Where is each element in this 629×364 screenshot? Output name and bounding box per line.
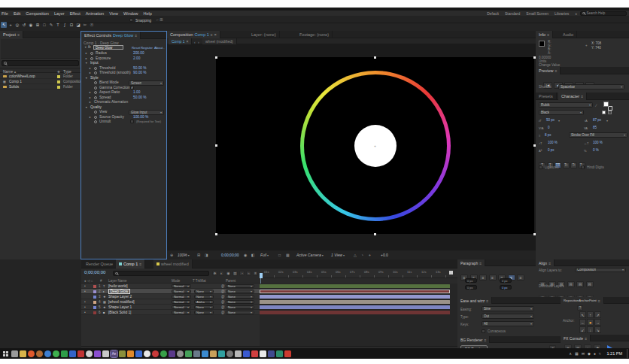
- taskbar-app-icon[interactable]: [160, 350, 167, 357]
- expand-icon[interactable]: ►: [89, 96, 91, 99]
- view-layout-select[interactable]: 1 View▾: [331, 250, 345, 259]
- taskbar-app-icon[interactable]: [94, 350, 101, 357]
- taskbar-app-icon[interactable]: [177, 350, 184, 357]
- taskbar-app-icon[interactable]: [69, 350, 76, 357]
- tab-effect-controls[interactable]: Effect Controls Deep Glow ≡: [81, 32, 141, 39]
- menu-layer[interactable]: Layer: [54, 11, 65, 16]
- snapshot-icon[interactable]: ◉: [244, 250, 247, 259]
- tab-presets[interactable]: Presets: [536, 93, 557, 100]
- property-unmult[interactable]: Unmult (Required for Text): [82, 120, 166, 125]
- font-size-value[interactable]: 50 px: [546, 118, 555, 122]
- menu-file[interactable]: File: [2, 11, 8, 16]
- align-layers-bottom[interactable]: ⊟: [586, 281, 594, 287]
- label-color[interactable]: [57, 80, 60, 83]
- comp-nav-tab-other[interactable]: wheel (modified): [202, 38, 237, 44]
- menu-edit[interactable]: Edit: [14, 11, 20, 16]
- caret-down-icon[interactable]: ▾: [558, 119, 560, 123]
- tab-composition[interactable]: Composition Comp 1 ≡ ×: [167, 31, 220, 38]
- anchor-arrow-button-0[interactable]: ↖: [579, 311, 586, 318]
- workspace-libraries[interactable]: Libraries: [555, 11, 569, 16]
- taskbar-app-icon[interactable]: [86, 350, 93, 357]
- resolution-select[interactable]: Full▾: [260, 250, 269, 259]
- fast-previews-icon[interactable]: ◔: [361, 250, 363, 259]
- property-value[interactable]: 90.00 %: [133, 71, 147, 74]
- rotation-tool[interactable]: ↺: [21, 22, 27, 28]
- mode-select[interactable]: Normal▾: [172, 300, 191, 305]
- tab-layer[interactable]: Layer: (none): [248, 31, 280, 38]
- taskbar-app-icon[interactable]: [284, 350, 291, 357]
- frame-blending-icon[interactable]: ▥: [232, 271, 238, 276]
- layer-name[interactable]: [wheel modified]: [108, 300, 135, 304]
- timeline-layer-row[interactable]: ●6■[Black Solid 1]Normal▾None▾@None▾: [81, 310, 260, 315]
- pickwhip-icon[interactable]: @: [221, 311, 225, 314]
- space-after-field[interactable]: 0 px: [500, 285, 512, 290]
- nav-forward-icon[interactable]: ›: [198, 40, 199, 44]
- selection-tool[interactable]: ↖: [1, 22, 7, 28]
- baseline-shift-value[interactable]: 0 px: [548, 148, 555, 152]
- panel-menu-icon[interactable]: ≡: [139, 262, 141, 266]
- graph-editor-icon[interactable]: ≡: [253, 271, 258, 276]
- kerning-value[interactable]: 0: [548, 126, 550, 129]
- tray-icon[interactable]: ∧: [569, 351, 572, 356]
- pickwhip-icon[interactable]: @: [221, 295, 225, 299]
- align-layers-v-center[interactable]: ⊟: [576, 281, 584, 287]
- anchor-arrow-button-2[interactable]: ↗: [594, 311, 601, 318]
- stopwatch-icon[interactable]: [94, 120, 97, 123]
- show-desktop-button[interactable]: [627, 349, 628, 358]
- stopwatch-icon[interactable]: [94, 116, 97, 119]
- indent-left-field[interactable]: 0 px: [465, 278, 477, 283]
- center-circle-layer[interactable]: +: [354, 125, 397, 167]
- eye-icon[interactable]: ●: [84, 290, 86, 293]
- time-ruler[interactable]: 01s02s03s04s05s06s07s08s09s10s11s12s13s: [260, 268, 457, 278]
- taskbar-app-icon[interactable]: [44, 350, 51, 357]
- layer-duration-bar[interactable]: [260, 290, 450, 293]
- eye-icon[interactable]: ●: [84, 311, 86, 314]
- parent-select[interactable]: None▾: [226, 290, 254, 294]
- layer-label-color[interactable]: [93, 290, 96, 293]
- layer-duration-bar[interactable]: [260, 311, 450, 314]
- layer-name[interactable]: Shape Layer 2: [108, 295, 132, 299]
- leading-value[interactable]: 87 px: [593, 118, 601, 122]
- project-item[interactable]: ▦Comp 1Composition: [0, 79, 81, 84]
- tab-character[interactable]: Character≡: [558, 93, 587, 100]
- timeline-layer-row[interactable]: 3★Shape Layer 2Normal▾None▾@None▾: [81, 294, 260, 299]
- stopwatch-icon[interactable]: [90, 57, 93, 60]
- stopwatch-icon[interactable]: [94, 91, 97, 94]
- taskbar-app-icon[interactable]: [276, 350, 283, 357]
- panel-menu-icon[interactable]: ≡: [17, 32, 20, 37]
- eye-icon[interactable]: ●: [84, 284, 86, 287]
- taskbar-app-icon[interactable]: [169, 350, 175, 357]
- trkmat-select[interactable]: Alpha▾: [194, 300, 214, 305]
- roto-brush-tool[interactable]: ✂: [82, 22, 88, 28]
- taskbar-app-icon[interactable]: [210, 350, 217, 357]
- vertical-scale-value[interactable]: 100 %: [548, 141, 558, 144]
- clone-stamp-tool[interactable]: ⊡: [68, 22, 74, 28]
- panel-menu-icon[interactable]: ≡: [486, 299, 488, 303]
- unmult-checkbox[interactable]: [130, 120, 134, 123]
- taskbar-app-icon[interactable]: [185, 350, 192, 357]
- indent-right-field[interactable]: 0 px: [500, 278, 512, 283]
- pickwhip-icon[interactable]: @: [221, 290, 225, 293]
- current-timecode[interactable]: 0;00;00;00: [84, 270, 105, 275]
- tab-info[interactable]: Info≡: [536, 31, 553, 38]
- camera-tool[interactable]: ◉: [28, 22, 34, 28]
- layer-label-color[interactable]: [93, 296, 96, 299]
- close-icon[interactable]: ×: [187, 39, 189, 44]
- property-value[interactable]: 1.00: [133, 90, 140, 94]
- font-style-select[interactable]: Black▾: [539, 110, 584, 115]
- stroke-style-select[interactable]: Stroke Over Fill▾: [569, 132, 627, 138]
- taskbar-app-icon[interactable]: [144, 350, 150, 357]
- mode-select[interactable]: Normal▾: [172, 305, 191, 310]
- menu-animation[interactable]: Animation: [86, 11, 104, 16]
- selection-handle[interactable]: [374, 233, 376, 235]
- work-area-end-handle[interactable]: [449, 271, 453, 275]
- easing-select[interactable]: Sine▾: [482, 306, 534, 311]
- workspace-default[interactable]: Default: [487, 11, 499, 16]
- justify-last-left[interactable]: ≡: [489, 275, 497, 281]
- faux-style-button-4[interactable]: T¹: [570, 162, 577, 168]
- brainstorm-icon[interactable]: ≈: [246, 271, 251, 276]
- column-layer-name[interactable]: Layer Name: [108, 279, 127, 283]
- taskbar-app-icon[interactable]: [36, 350, 43, 357]
- tsume-value[interactable]: 0 %: [593, 148, 599, 152]
- column-number[interactable]: #: [100, 279, 102, 283]
